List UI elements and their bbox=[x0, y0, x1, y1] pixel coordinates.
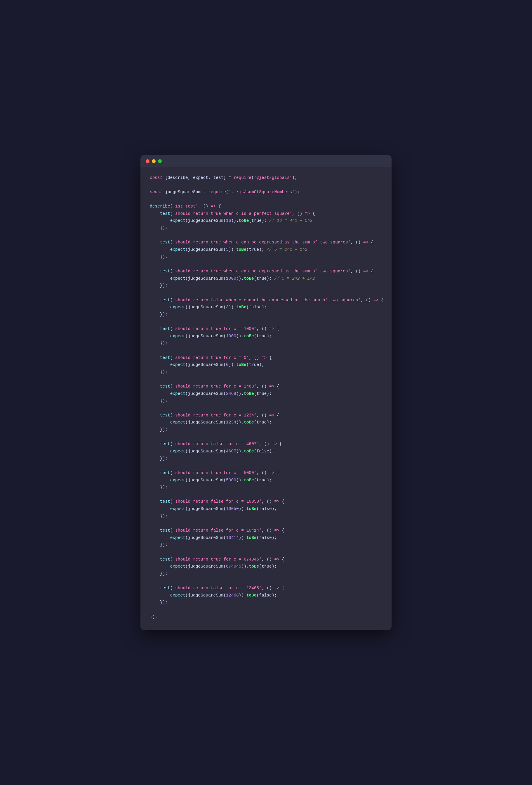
code-line-test10: test('should return true for c = 5000', … bbox=[150, 470, 382, 477]
code-blank-7 bbox=[150, 347, 382, 354]
code-blank-8 bbox=[150, 376, 382, 383]
code-line-3: const judgeSquareSum = require('../js/su… bbox=[150, 188, 382, 196]
code-line-expect9: expect(judgeSquareSum(4607)).toBe(false)… bbox=[150, 448, 382, 455]
code-line-expect1: expect(judgeSquareSum(16)).toBe(true); /… bbox=[150, 217, 382, 224]
minimize-button[interactable] bbox=[152, 159, 156, 163]
code-line-test2: test('should return true when c can be e… bbox=[150, 239, 382, 246]
code-line-close12: }); bbox=[150, 541, 382, 549]
code-line-test11: test('should return false for c = 10050'… bbox=[150, 498, 382, 505]
code-line-close13: }); bbox=[150, 570, 382, 578]
code-blank-11 bbox=[150, 462, 382, 470]
code-line-blank-2 bbox=[150, 196, 382, 203]
code-line-close6: }); bbox=[150, 369, 382, 376]
code-line-close14: }); bbox=[150, 599, 382, 606]
code-line-test8: test('should return true for c = 1234', … bbox=[150, 412, 382, 419]
code-line-close11: }); bbox=[150, 513, 382, 520]
code-line-expect8: expect(judgeSquareSum(1234)).toBe(true); bbox=[150, 419, 382, 426]
maximize-button[interactable] bbox=[158, 159, 162, 163]
code-line-test7: test('should return true for c = 2468', … bbox=[150, 383, 382, 390]
code-line-test13: test('should return true for c = 674045'… bbox=[150, 556, 382, 563]
code-blank-3 bbox=[150, 232, 382, 239]
code-line-close7: }); bbox=[150, 398, 382, 405]
code-line-close3: }); bbox=[150, 282, 382, 289]
code-line-test4: test('should return false when c cannot … bbox=[150, 297, 382, 304]
code-line-close2: }); bbox=[150, 253, 382, 261]
code-line-expect7: expect(judgeSquareSum(2468)).toBe(true); bbox=[150, 390, 382, 398]
code-blank-9 bbox=[150, 404, 382, 412]
code-blank-14 bbox=[150, 549, 382, 556]
code-editor-window: const {describe, expect, test} = require… bbox=[140, 155, 392, 630]
close-button[interactable] bbox=[146, 159, 150, 163]
code-line-close10: }); bbox=[150, 484, 382, 491]
code-line-close5: }); bbox=[150, 339, 382, 347]
code-line-test6: test('should return true for c = 0', () … bbox=[150, 354, 382, 361]
code-blank-10 bbox=[150, 433, 382, 441]
titlebar bbox=[140, 155, 392, 167]
code-line-test5: test('should return true for c = 1000', … bbox=[150, 325, 382, 333]
code-line-describe-close: }); bbox=[150, 613, 382, 621]
code-blank-4 bbox=[150, 260, 382, 268]
code-line-expect12: expect(judgeSquareSum(10414)).toBe(false… bbox=[150, 534, 382, 541]
code-line-close4: }); bbox=[150, 311, 382, 318]
code-line-expect4: expect(judgeSquareSum(3)).toBe(false); bbox=[150, 304, 382, 311]
code-blank-5 bbox=[150, 289, 382, 297]
code-line-expect13: expect(judgeSquareSum(674045)).toBe(true… bbox=[150, 563, 382, 570]
code-content: const {describe, expect, test} = require… bbox=[140, 167, 392, 630]
code-line-close9: }); bbox=[150, 455, 382, 462]
code-blank-16 bbox=[150, 606, 382, 613]
code-line-expect10: expect(judgeSquareSum(5000)).toBe(true); bbox=[150, 477, 382, 484]
code-line-close1: }); bbox=[150, 224, 382, 232]
code-line-close8: }); bbox=[150, 426, 382, 433]
code-line-test1: test('should return true when c is a per… bbox=[150, 210, 382, 218]
code-blank-13 bbox=[150, 520, 382, 527]
code-line-describe: describe('1st test', () => { bbox=[150, 203, 382, 210]
code-blank-12 bbox=[150, 491, 382, 498]
code-line-expect14: expect(judgeSquareSum(12468)).toBe(false… bbox=[150, 592, 382, 599]
code-blank-6 bbox=[150, 318, 382, 325]
code-line-expect6: expect(judgeSquareSum(0)).toBe(true); bbox=[150, 361, 382, 369]
code-line-expect11: expect(judgeSquareSum(10050)).toBe(false… bbox=[150, 505, 382, 513]
code-line-test3: test('should return true when c can be e… bbox=[150, 268, 382, 275]
code-line-test9: test('should return false for c = 4607',… bbox=[150, 440, 382, 448]
code-line-expect2: expect(judgeSquareSum(5)).toBe(true); //… bbox=[150, 246, 382, 253]
code-line-expect3: expect(judgeSquareSum(1000)).toBe(true);… bbox=[150, 275, 382, 282]
code-line-test12: test('should return false for c = 10414'… bbox=[150, 527, 382, 534]
code-line-1: const {describe, expect, test} = require… bbox=[150, 174, 382, 181]
code-line-blank-1 bbox=[150, 181, 382, 188]
code-line-test14: test('should return false for c = 12468'… bbox=[150, 584, 382, 592]
code-blank-15 bbox=[150, 578, 382, 585]
code-line-expect5: expect(judgeSquareSum(1000)).toBe(true); bbox=[150, 333, 382, 340]
